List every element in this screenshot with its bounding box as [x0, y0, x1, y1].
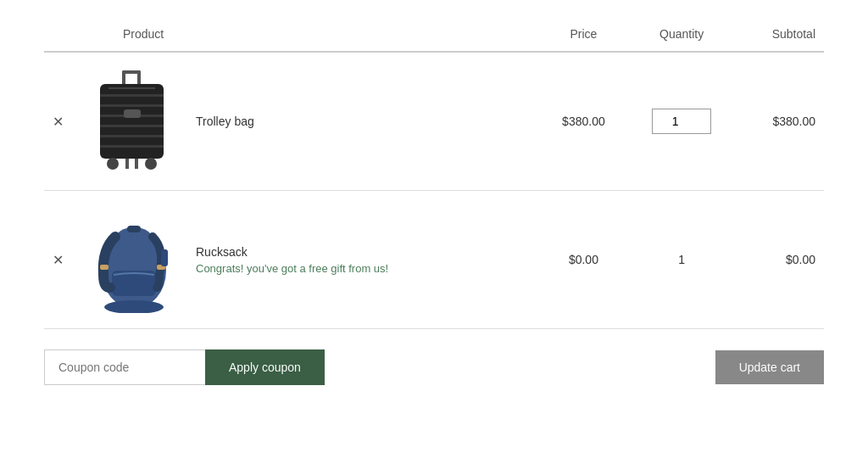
- col-header-subtotal: Subtotal: [737, 17, 824, 52]
- svg-rect-5: [100, 104, 164, 107]
- apply-coupon-button[interactable]: Apply coupon: [205, 349, 325, 385]
- product-name-rucksack: Rucksack: [196, 245, 388, 259]
- product-quantity-trolley: [626, 52, 737, 191]
- product-info-rucksack: Rucksack Congrats! you've got a free gif…: [196, 245, 388, 275]
- rucksack-icon: [85, 207, 178, 313]
- table-row: ✕: [44, 52, 824, 191]
- svg-rect-8: [100, 135, 164, 137]
- product-cell-trolley: Trolley bag: [72, 52, 541, 191]
- remove-rucksack-button[interactable]: ✕: [44, 191, 72, 329]
- update-cart-button[interactable]: Update cart: [715, 350, 824, 384]
- product-price-trolley: $380.00: [541, 52, 627, 191]
- svg-point-12: [107, 158, 119, 170]
- cart-actions: Apply coupon Update cart: [44, 349, 824, 385]
- svg-rect-4: [100, 94, 164, 97]
- svg-rect-19: [127, 226, 141, 232]
- col-header-price: Price: [541, 17, 627, 52]
- product-name-trolley: Trolley bag: [196, 115, 254, 128]
- col-header-remove: [44, 17, 72, 52]
- product-promo-rucksack: Congrats! you've got a free gift from us…: [196, 262, 388, 275]
- cart-container: Product Price Quantity Subtotal ✕: [19, 0, 849, 402]
- svg-rect-9: [100, 145, 164, 148]
- product-info-trolley: Trolley bag: [196, 115, 254, 128]
- coupon-section: Apply coupon: [44, 349, 325, 385]
- svg-rect-2: [122, 70, 141, 74]
- coupon-input[interactable]: [44, 349, 205, 385]
- product-price-rucksack: $0.00: [541, 191, 627, 329]
- quantity-input-trolley[interactable]: [652, 109, 711, 134]
- product-subtotal-trolley: $380.00: [737, 52, 824, 191]
- svg-rect-20: [100, 265, 108, 270]
- product-subtotal-rucksack: $0.00: [737, 191, 824, 329]
- svg-rect-22: [161, 249, 168, 266]
- product-image-trolley: [81, 66, 182, 176]
- svg-rect-11: [124, 109, 141, 118]
- product-image-rucksack: [81, 204, 182, 315]
- remove-trolley-bag-button[interactable]: ✕: [44, 52, 72, 191]
- trolley-bag-icon: [92, 69, 172, 175]
- table-row: ✕: [44, 191, 824, 329]
- svg-rect-7: [100, 125, 164, 127]
- svg-rect-14: [125, 159, 129, 169]
- svg-point-23: [104, 300, 164, 313]
- cart-table: Product Price Quantity Subtotal ✕: [44, 17, 824, 329]
- product-cell-rucksack: Rucksack Congrats! you've got a free gif…: [72, 191, 541, 329]
- product-quantity-rucksack: 1: [626, 191, 737, 329]
- svg-point-13: [145, 158, 157, 170]
- col-header-quantity: Quantity: [626, 17, 737, 52]
- svg-rect-10: [108, 87, 155, 89]
- svg-rect-15: [135, 159, 138, 169]
- col-header-product: Product: [72, 17, 541, 52]
